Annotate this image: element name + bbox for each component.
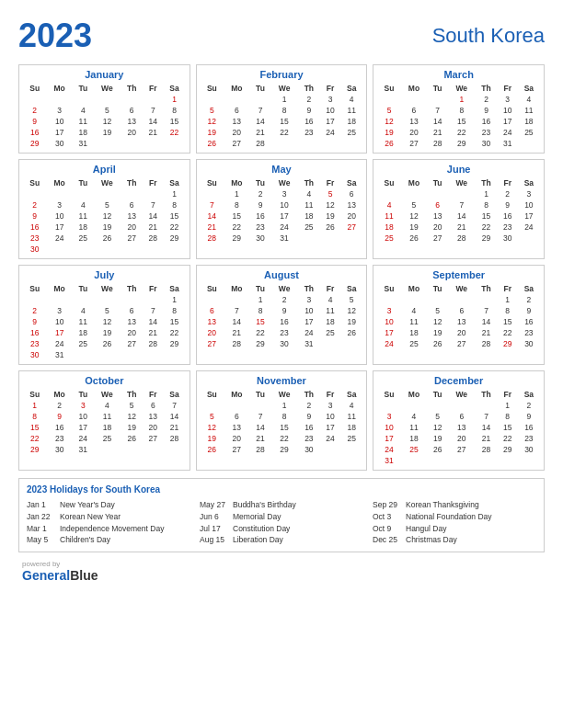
cal-day: 14 — [143, 210, 163, 222]
cal-day: 10 — [46, 210, 73, 222]
cal-day: 15 — [163, 316, 185, 327]
cal-day — [377, 188, 400, 199]
cal-day: 31 — [377, 455, 400, 466]
cal-day — [201, 294, 224, 305]
cal-day: 26 — [121, 433, 143, 444]
cal-day: 8 — [475, 199, 497, 210]
cal-day — [377, 294, 400, 305]
month-title: November — [201, 375, 363, 386]
cal-day: 8 — [270, 411, 297, 422]
cal-day: 13 — [448, 316, 475, 327]
weekday-header: Fr — [498, 389, 518, 400]
holiday-date: Oct 9 — [373, 523, 402, 535]
weekday-header: We — [448, 283, 475, 294]
weekday-header: We — [448, 177, 475, 188]
holiday-name: Memorial Day — [233, 511, 281, 523]
cal-day: 12 — [427, 316, 448, 327]
weekday-header: Fr — [320, 389, 340, 400]
cal-day: 9 — [298, 411, 320, 422]
weekday-header: Tu — [73, 389, 94, 400]
cal-day: 27 — [224, 138, 250, 149]
cal-day: 24 — [46, 338, 73, 349]
month-title: May — [201, 164, 363, 175]
cal-day — [121, 349, 143, 360]
cal-day — [143, 244, 163, 255]
cal-day — [250, 94, 271, 105]
cal-day: 14 — [448, 210, 475, 222]
cal-day: 16 — [518, 422, 540, 433]
cal-day — [163, 138, 185, 149]
cal-day: 26 — [427, 444, 448, 455]
month-block-march: MarchSuMoTuWeThFrSa123456789101112131415… — [373, 64, 545, 154]
cal-day: 4 — [340, 400, 362, 411]
cal-day: 29 — [498, 338, 518, 349]
weekday-header: Su — [377, 283, 400, 294]
holiday-item: Sep 29Korean Thanksgiving — [373, 499, 536, 511]
cal-day — [94, 244, 121, 255]
cal-day: 14 — [250, 116, 271, 127]
cal-day: 24 — [377, 338, 400, 349]
cal-day: 29 — [23, 444, 46, 455]
weekday-header: Su — [201, 389, 224, 400]
cal-day: 28 — [250, 444, 271, 455]
month-title: December — [377, 375, 540, 386]
weekday-header: Th — [298, 283, 320, 294]
cal-day: 27 — [401, 138, 428, 149]
month-title: October — [23, 375, 186, 386]
cal-day: 23 — [298, 433, 320, 444]
cal-day: 1 — [448, 94, 475, 105]
cal-day: 17 — [46, 327, 73, 338]
weekday-header: Su — [377, 389, 400, 400]
cal-day: 8 — [498, 411, 518, 422]
cal-day: 6 — [448, 411, 475, 422]
cal-day: 3 — [518, 188, 540, 199]
cal-day: 4 — [340, 94, 362, 105]
weekday-header: We — [94, 83, 121, 94]
cal-day: 5 — [201, 105, 224, 116]
cal-day: 28 — [448, 233, 475, 244]
cal-day — [73, 188, 94, 199]
cal-day: 22 — [475, 222, 497, 233]
cal-day: 19 — [320, 210, 340, 222]
weekday-header: We — [448, 389, 475, 400]
cal-day: 24 — [270, 222, 297, 233]
cal-day: 22 — [448, 127, 475, 138]
month-block-september: SeptemberSuMoTuWeThFrSa12345678910111213… — [373, 265, 545, 365]
weekday-header: Sa — [518, 389, 540, 400]
cal-day: 17 — [320, 116, 340, 127]
cal-day: 8 — [250, 305, 271, 316]
month-title: August — [201, 269, 363, 280]
month-block-november: NovemberSuMoTuWeThFrSa123456789101112131… — [196, 370, 368, 471]
weekday-header: Th — [121, 389, 143, 400]
cal-day: 22 — [498, 433, 518, 444]
cal-day: 19 — [94, 327, 121, 338]
cal-day: 28 — [475, 338, 497, 349]
cal-day: 13 — [121, 316, 143, 327]
cal-day: 29 — [475, 233, 497, 244]
cal-day: 28 — [224, 338, 250, 349]
cal-day: 6 — [143, 400, 163, 411]
weekday-header: Tu — [73, 177, 94, 188]
cal-day — [298, 233, 320, 244]
cal-day: 12 — [94, 116, 121, 127]
holiday-name: Korean Thanksgiving — [406, 499, 479, 511]
holiday-date: Jan 22 — [27, 511, 56, 523]
cal-day: 21 — [427, 127, 448, 138]
cal-day: 13 — [340, 199, 362, 210]
cal-day: 12 — [427, 422, 448, 433]
cal-day: 3 — [73, 400, 94, 411]
weekday-header: Tu — [427, 283, 448, 294]
cal-day: 7 — [201, 199, 224, 210]
cal-day: 22 — [23, 433, 46, 444]
cal-day: 17 — [73, 422, 94, 433]
cal-day: 26 — [201, 138, 224, 149]
cal-day: 4 — [401, 305, 428, 316]
cal-day: 11 — [298, 199, 320, 210]
cal-day: 13 — [401, 116, 428, 127]
weekday-header: We — [270, 283, 297, 294]
cal-day: 27 — [201, 338, 224, 349]
cal-day: 1 — [270, 94, 297, 105]
cal-day — [121, 444, 143, 455]
cal-day — [46, 188, 73, 199]
cal-day: 30 — [23, 349, 46, 360]
